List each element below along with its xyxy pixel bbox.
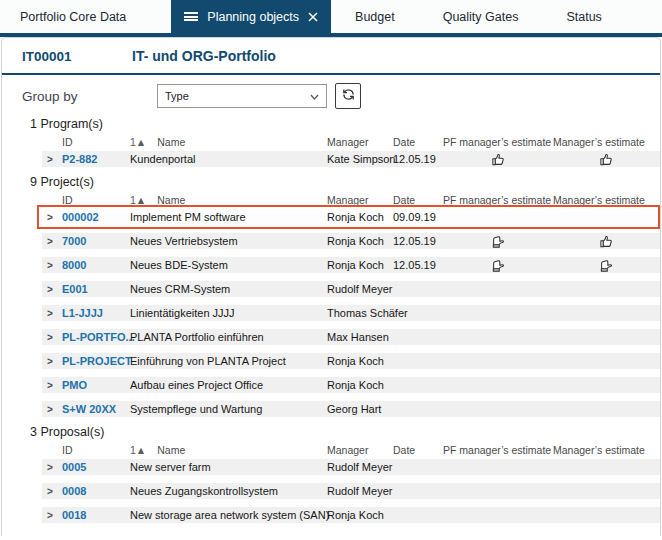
thumb-right-icon[interactable] xyxy=(599,258,614,273)
column-mgr-estimate[interactable]: Manager’s estimate xyxy=(553,194,660,206)
row-id[interactable]: PL-PROJECT xyxy=(62,355,130,367)
tab-budget[interactable]: Budget xyxy=(331,0,419,33)
column-date[interactable]: Date xyxy=(393,194,443,206)
content-panel: IT00001 IT- und ORG-Portfolio Group by T… xyxy=(1,37,661,536)
object-section: 9 Project(s) ID 1▲ Name Manager Date PF … xyxy=(2,175,660,417)
table-row[interactable]: > L1-JJJJ Linientätigkeiten JJJJ Thomas … xyxy=(42,305,660,321)
portfolio-title: IT- und ORG-Portfolio xyxy=(132,48,276,64)
table-row[interactable]: > PL-PORTFO... PLANTA Portfolio einführe… xyxy=(42,329,660,345)
column-manager[interactable]: Manager xyxy=(327,136,393,148)
mgr-estimate-cell[interactable] xyxy=(553,152,660,167)
table-row[interactable]: > PL-PROJECT Einführung von PLANTA Proje… xyxy=(42,353,660,369)
thumb-right-icon[interactable] xyxy=(491,234,506,249)
row-name: New storage area network system (SAN) xyxy=(130,509,327,521)
group-by-select[interactable]: Type xyxy=(157,84,327,108)
table-row[interactable]: > S+W 20XX Systempflege und Wartung Geor… xyxy=(42,401,660,417)
table-row[interactable]: > 8000 Neues BDE-System Ronja Koch 12.05… xyxy=(42,257,660,273)
table-row[interactable]: > 0005 New server farm Rudolf Meyer xyxy=(42,459,660,475)
column-pf-estimate[interactable]: PF manager’s estimate xyxy=(443,444,553,456)
row-id[interactable]: 0008 xyxy=(62,485,130,497)
chevron-down-icon xyxy=(310,90,319,102)
column-id[interactable]: ID xyxy=(62,194,130,206)
sort-indicator[interactable]: 1▲ xyxy=(130,444,146,456)
row-manager: Rudolf Meyer xyxy=(327,485,393,497)
column-mgr-estimate[interactable]: Manager’s estimate xyxy=(553,136,660,148)
column-date[interactable]: Date xyxy=(393,136,443,148)
row-name: Neues Zugangskontrollsystem xyxy=(130,485,327,497)
row-id[interactable]: 000002 xyxy=(62,211,130,223)
row-id[interactable]: 0018 xyxy=(62,509,130,521)
row-name: Neues CRM-System xyxy=(130,283,327,295)
chevron-right-icon[interactable]: > xyxy=(42,356,62,367)
mgr-estimate-cell[interactable] xyxy=(553,258,660,273)
chevron-right-icon[interactable]: > xyxy=(42,486,62,497)
column-pf-estimate[interactable]: PF manager’s estimate xyxy=(443,136,553,148)
row-id[interactable]: P2-882 xyxy=(62,153,130,165)
pf-estimate-cell[interactable] xyxy=(443,258,553,273)
row-id[interactable]: 7000 xyxy=(62,235,130,247)
column-id[interactable]: ID xyxy=(62,444,130,456)
table-row[interactable]: > 0008 Neues Zugangskontrollsystem Rudol… xyxy=(42,483,660,499)
tab-label: Planning objects xyxy=(207,10,299,24)
section-rows: > 0005 New server farm Rudolf Meyer > 00… xyxy=(2,459,660,523)
row-id[interactable]: PL-PORTFO... xyxy=(62,331,130,343)
sections: 1 Program(s) ID 1▲ Name Manager Date PF … xyxy=(2,117,660,523)
mgr-estimate-cell[interactable] xyxy=(553,234,660,249)
chevron-right-icon[interactable]: > xyxy=(42,284,62,295)
column-id[interactable]: ID xyxy=(62,136,130,148)
column-manager[interactable]: Manager xyxy=(327,444,393,456)
sort-indicator[interactable]: 1▲ xyxy=(130,194,146,206)
refresh-button[interactable] xyxy=(335,83,361,109)
column-mgr-estimate[interactable]: Manager’s estimate xyxy=(553,444,660,456)
column-name[interactable]: Name xyxy=(157,194,185,206)
group-by-value: Type xyxy=(165,90,189,102)
table-row[interactable]: > 000002 Implement PM software Ronja Koc… xyxy=(42,209,660,225)
row-manager: Max Hansen xyxy=(327,331,393,343)
column-name[interactable]: Name xyxy=(157,444,185,456)
pf-estimate-cell[interactable] xyxy=(443,234,553,249)
column-date[interactable]: Date xyxy=(393,444,443,456)
row-name: Systempflege und Wartung xyxy=(130,403,327,415)
row-id[interactable]: L1-JJJJ xyxy=(62,307,130,319)
portfolio-header: IT00001 IT- und ORG-Portfolio xyxy=(2,38,660,75)
tab-label: Budget xyxy=(355,10,395,24)
row-manager: Ronja Koch xyxy=(327,379,393,391)
tab-quality-gates[interactable]: Quality Gates xyxy=(419,0,543,33)
row-id[interactable]: PMO xyxy=(62,379,130,391)
portfolio-id: IT00001 xyxy=(22,49,132,64)
thumb-up-icon[interactable] xyxy=(491,152,506,167)
chevron-right-icon[interactable]: > xyxy=(42,212,62,223)
chevron-right-icon[interactable]: > xyxy=(42,380,62,391)
pf-estimate-cell[interactable] xyxy=(443,152,553,167)
group-by-row: Group by Type xyxy=(22,83,660,109)
table-row[interactable]: > 7000 Neues Vertriebsystem Ronja Koch 1… xyxy=(42,233,660,249)
chevron-right-icon[interactable]: > xyxy=(42,510,62,521)
table-row[interactable]: > PMO Aufbau eines Project Office Ronja … xyxy=(42,377,660,393)
thumb-up-icon[interactable] xyxy=(599,152,614,167)
row-id[interactable]: E001 xyxy=(62,283,130,295)
row-id[interactable]: 8000 xyxy=(62,259,130,271)
column-pf-estimate[interactable]: PF manager’s estimate xyxy=(443,194,553,206)
chevron-right-icon[interactable]: > xyxy=(42,260,62,271)
chevron-right-icon[interactable]: > xyxy=(42,154,62,165)
row-id[interactable]: S+W 20XX xyxy=(62,403,130,415)
chevron-right-icon[interactable]: > xyxy=(42,332,62,343)
close-icon[interactable] xyxy=(308,12,318,22)
tab-planning-objects[interactable]: Planning objects xyxy=(171,0,331,33)
sort-indicator[interactable]: 1▲ xyxy=(130,136,146,148)
chevron-right-icon[interactable]: > xyxy=(42,236,62,247)
chevron-right-icon[interactable]: > xyxy=(42,404,62,415)
tab-status[interactable]: Status xyxy=(542,0,625,33)
column-manager[interactable]: Manager xyxy=(327,194,393,206)
chevron-right-icon[interactable]: > xyxy=(42,308,62,319)
hamburger-icon[interactable] xyxy=(184,11,198,23)
table-row[interactable]: > E001 Neues CRM-System Rudolf Meyer xyxy=(42,281,660,297)
tab-portfolio-core-data[interactable]: Portfolio Core Data xyxy=(0,0,146,33)
column-name[interactable]: Name xyxy=(157,136,185,148)
table-row[interactable]: > 0018 New storage area network system (… xyxy=(42,507,660,523)
table-row[interactable]: > P2-882 Kundenportal Kate Simpson 12.05… xyxy=(42,151,660,167)
thumb-up-icon[interactable] xyxy=(599,234,614,249)
thumb-right-icon[interactable] xyxy=(491,258,506,273)
row-id[interactable]: 0005 xyxy=(62,461,130,473)
chevron-right-icon[interactable]: > xyxy=(42,462,62,473)
